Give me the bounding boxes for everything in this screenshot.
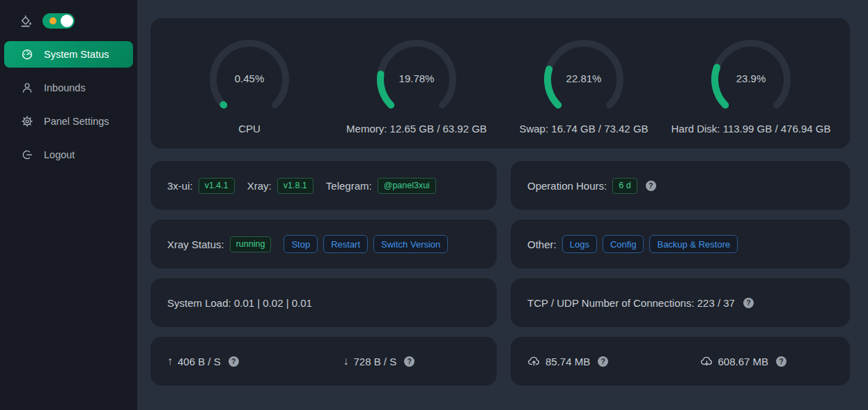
sun-icon — [49, 17, 56, 24]
connections-text: TCP / UDP Number of Connections: 223 / 3… — [527, 297, 735, 309]
sidebar-menu: System Status Inbounds — [0, 38, 137, 168]
cloud-download-icon — [700, 355, 713, 368]
traffic-received-value: 608.67 MB — [718, 356, 769, 367]
operation-hours-label: Operation Hours: — [527, 180, 607, 192]
logout-icon — [21, 149, 33, 161]
restart-button[interactable]: Restart — [323, 235, 368, 253]
xray-status-tag: running — [230, 236, 272, 252]
gauge-value: 22.81% — [541, 73, 627, 84]
gauge-memory: 19.78% Memory: 12.65 GB / 63.92 GB — [333, 36, 500, 149]
cloud-upload-icon — [527, 355, 541, 368]
network-speed-card: ↑ 406 B / S ? ↓ 728 B / S ? — [150, 337, 497, 386]
system-load-card: System Load: 0.01 | 0.02 | 0.01 — [150, 278, 497, 327]
cards-grid: 3x-ui: v1.4.1 Xray: v1.8.1 Telegram: @pa… — [150, 161, 850, 386]
system-gauges-card: 0.45% CPU 19.78% Memory: 12.65 GB / 63.9… — [150, 18, 850, 149]
sidebar-header — [0, 0, 137, 38]
other-card: Other: Logs Config Backup & Restore — [511, 220, 850, 268]
question-circle-icon[interactable]: ? — [404, 356, 414, 367]
sidebar-item-inbounds[interactable]: Inbounds — [4, 75, 133, 101]
upload-speed-value: 406 B / S — [178, 356, 221, 367]
system-load-text: System Load: 0.01 | 0.02 | 0.01 — [167, 297, 312, 309]
backup-restore-button[interactable]: Backup & Restore — [649, 235, 738, 253]
sidebar-item-system-status[interactable]: System Status — [4, 41, 133, 68]
gauge-value: 19.78% — [373, 73, 460, 84]
app-root: System Status Inbounds — [0, 0, 868, 410]
question-circle-icon[interactable]: ? — [228, 356, 239, 367]
xray-status-label: Xray Status: — [167, 238, 224, 250]
gauge-label: Hard Disk: 113.99 GB / 476.94 GB — [671, 123, 830, 135]
xray-label: Xray: — [247, 180, 272, 192]
sidebar-item-panel-settings[interactable]: Panel Settings — [4, 108, 133, 135]
user-icon — [21, 82, 33, 94]
telegram-label: Telegram: — [326, 180, 372, 192]
theme-toggle-switch[interactable] — [42, 13, 75, 29]
arrow-up-icon: ↑ — [167, 355, 173, 367]
traffic-received: 608.67 MB ? — [683, 355, 851, 368]
gauge-cpu: 0.45% CPU — [166, 36, 333, 149]
gauge-label: Swap: 16.74 GB / 73.42 GB — [519, 123, 648, 135]
stop-button[interactable]: Stop — [284, 235, 318, 253]
xui-label: 3x-ui: — [167, 180, 193, 192]
question-circle-icon[interactable]: ? — [646, 181, 656, 191]
sidebar-item-logout[interactable]: Logout — [4, 142, 133, 168]
operation-hours-card: Operation Hours: 6 d ? — [511, 161, 850, 210]
gear-icon — [21, 115, 33, 128]
main-content: 0.45% CPU 19.78% Memory: 12.65 GB / 63.9… — [137, 0, 868, 410]
switch-knob — [61, 15, 73, 27]
arrow-down-icon: ↓ — [343, 355, 349, 367]
gauge-label: Memory: 12.65 GB / 63.92 GB — [346, 123, 487, 135]
sidebar: System Status Inbounds — [0, 0, 137, 410]
download-speed: ↓ 728 B / S ? — [327, 355, 497, 367]
sidebar-item-label: System Status — [44, 49, 109, 60]
question-circle-icon[interactable]: ? — [598, 356, 608, 367]
dashboard-icon — [21, 48, 33, 61]
question-circle-icon[interactable]: ? — [743, 298, 754, 308]
traffic-sent-value: 85.74 MB — [545, 356, 590, 367]
gauge-swap: 22.81% Swap: 16.74 GB / 73.42 GB — [500, 36, 667, 149]
sidebar-item-label: Inbounds — [44, 82, 86, 93]
versions-card: 3x-ui: v1.4.1 Xray: v1.8.1 Telegram: @pa… — [150, 161, 497, 210]
xray-version-tag: v1.8.1 — [277, 178, 313, 194]
sidebar-item-label: Panel Settings — [44, 116, 109, 127]
operation-hours-tag: 6 d — [612, 178, 637, 194]
download-speed-value: 728 B / S — [354, 356, 397, 367]
xray-status-card: Xray Status: running Stop Restart Switch… — [150, 220, 497, 268]
gauge-hard-disk: 23.9% Hard Disk: 113.99 GB / 476.94 GB — [667, 36, 835, 149]
bg-colors-icon — [20, 15, 33, 28]
upload-speed: ↑ 406 B / S ? — [150, 355, 321, 367]
connections-card: TCP / UDP Number of Connections: 223 / 3… — [511, 278, 850, 327]
logs-button[interactable]: Logs — [562, 235, 597, 253]
gauge-value: 0.45% — [206, 73, 293, 84]
other-label: Other: — [527, 238, 557, 250]
gauge-value: 23.9% — [708, 73, 794, 84]
total-traffic-card: 85.74 MB ? 608.67 MB ? — [511, 337, 850, 386]
traffic-sent: 85.74 MB ? — [511, 355, 678, 368]
switch-version-button[interactable]: Switch Version — [373, 235, 448, 253]
telegram-handle-tag[interactable]: @panel3xui — [378, 178, 436, 194]
sidebar-item-label: Logout — [44, 149, 75, 160]
xui-version-tag: v1.4.1 — [199, 178, 235, 194]
config-button[interactable]: Config — [603, 235, 644, 253]
question-circle-icon[interactable]: ? — [776, 356, 786, 367]
gauge-label: CPU — [238, 123, 261, 135]
